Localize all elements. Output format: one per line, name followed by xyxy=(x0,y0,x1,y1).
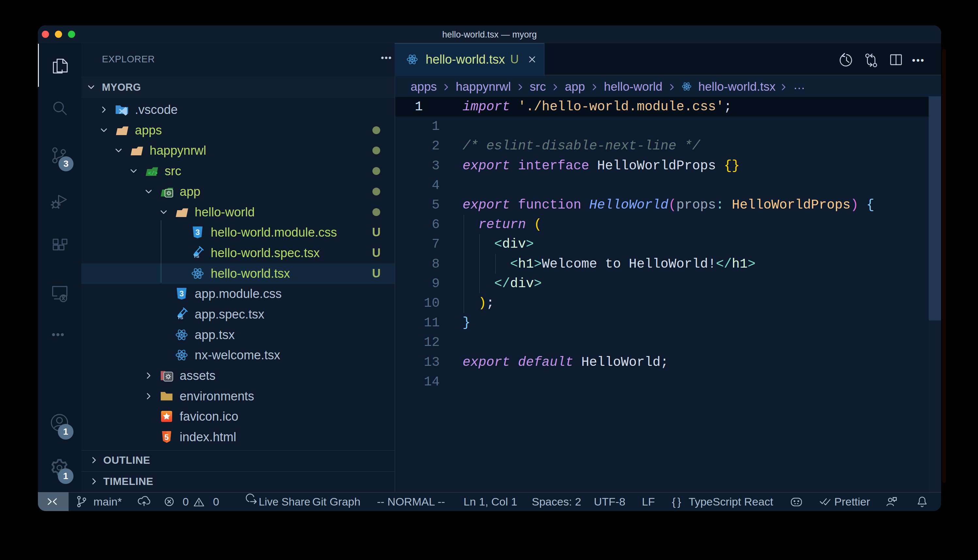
svg-text:</>: </> xyxy=(148,171,158,177)
svg-text:TS: TS xyxy=(193,253,199,259)
svg-text:3: 3 xyxy=(196,228,200,237)
svg-text:3: 3 xyxy=(179,289,184,298)
svg-text:5: 5 xyxy=(164,433,169,442)
svg-text:TS: TS xyxy=(177,315,183,320)
